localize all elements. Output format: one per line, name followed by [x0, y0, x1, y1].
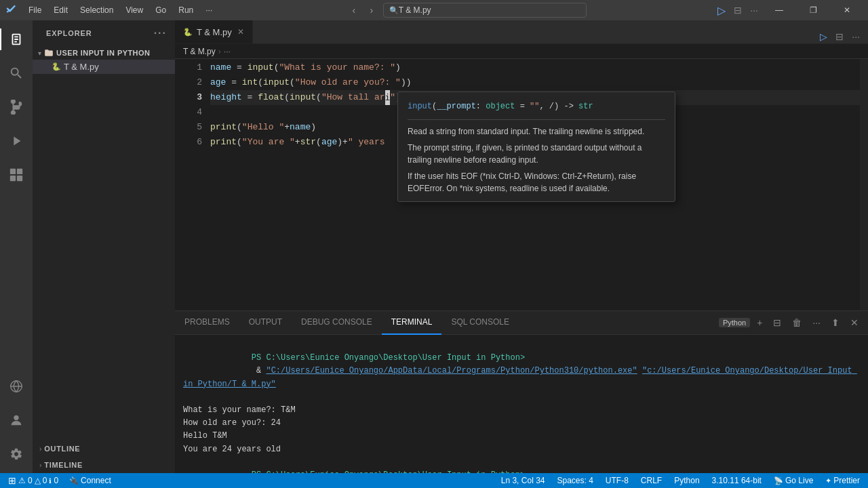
- trash-terminal-icon[interactable]: 🗑: [788, 316, 806, 329]
- sidebar-timeline[interactable]: › TIMELINE: [33, 457, 175, 473]
- sidebar-folder-project[interactable]: ▾ USER INPUT IN PYTHON: [33, 46, 175, 60]
- status-left: ⊞ ⚠ 0 △ 0 ℹ 0 🔌 Connect: [5, 475, 114, 486]
- prettier-status[interactable]: ✦ Prettier: [823, 476, 863, 485]
- accounts-activity-icon[interactable]: [0, 404, 33, 436]
- more-actions-icon[interactable]: ···: [747, 3, 761, 17]
- explorer-activity-icon[interactable]: [0, 23, 33, 56]
- go-live-status[interactable]: 📡 Go Live: [771, 476, 816, 485]
- tab-file-icon: 🐍: [183, 28, 193, 37]
- minimize-button[interactable]: —: [764, 0, 795, 20]
- sidebar-project-name: USER INPUT IN PYTHON: [56, 49, 150, 57]
- outline-label: OUTLINE: [44, 445, 80, 453]
- remote-icon: ⊞: [8, 475, 16, 486]
- folder-arrow-icon: ▾: [38, 49, 41, 57]
- split-terminal-icon[interactable]: ⊟: [769, 316, 785, 329]
- menu-bar: File Edit Selection View Go Run ···: [23, 4, 218, 16]
- maximize-terminal-icon[interactable]: ⬆: [827, 316, 844, 329]
- svg-rect-3: [17, 176, 22, 181]
- spaces-status[interactable]: Spaces: 4: [554, 476, 595, 485]
- menu-run[interactable]: Run: [173, 4, 199, 16]
- spaces-label: Spaces: 4: [557, 476, 593, 485]
- tab-problems[interactable]: PROBLEMS: [175, 311, 239, 335]
- split-editor-icon[interactable]: ⊟: [731, 3, 745, 17]
- settings-activity-icon[interactable]: [0, 438, 33, 470]
- menu-more[interactable]: ···: [200, 4, 218, 16]
- run-file-icon[interactable]: ▷: [817, 30, 830, 43]
- encoding-label: UTF-8: [606, 476, 629, 485]
- run-debug-activity-icon[interactable]: [0, 125, 33, 157]
- tab-close-icon[interactable]: ✕: [237, 27, 244, 37]
- language-status[interactable]: Python: [671, 476, 702, 485]
- terminal-actions: Python + ⊟ 🗑 ··· ⬆ ✕: [719, 316, 868, 329]
- main-area: EXPLORER ··· ▾ USER INPUT IN PYTHON 🐍 T …: [0, 20, 868, 473]
- sidebar-header: EXPLORER ···: [33, 20, 175, 43]
- svg-point-5: [14, 415, 18, 420]
- python-badge[interactable]: Python: [719, 318, 750, 327]
- search-activity-icon[interactable]: [0, 57, 33, 89]
- breadcrumb: T & M.py › ···: [175, 44, 868, 59]
- terminal-tabs: PROBLEMS OUTPUT DEBUG CONSOLE TERMINAL S…: [175, 311, 868, 335]
- forward-icon[interactable]: ›: [364, 3, 379, 18]
- connect-status[interactable]: 🔌 Connect: [66, 476, 114, 485]
- nav-arrows: ‹ ›: [347, 3, 379, 18]
- breadcrumb-more[interactable]: ···: [224, 47, 231, 56]
- antenna-icon: 📡: [774, 476, 783, 485]
- menu-go[interactable]: Go: [150, 4, 172, 16]
- tab-sql-console[interactable]: SQL CONSOLE: [441, 311, 519, 335]
- title-bar-left: File Edit Selection View Go Run ···: [5, 4, 218, 16]
- breadcrumb-separator: ›: [218, 47, 221, 56]
- menu-file[interactable]: File: [23, 4, 47, 16]
- minimap: [860, 59, 868, 310]
- split-editor-action-icon[interactable]: ⊟: [833, 30, 846, 43]
- cursor-position-status[interactable]: Ln 3, Col 34: [498, 476, 548, 485]
- language-label: Python: [674, 476, 699, 485]
- activity-bar: [0, 20, 33, 473]
- title-bar: File Edit Selection View Go Run ··· ‹ › …: [0, 0, 868, 20]
- remote-connect-status[interactable]: ⊞ ⚠ 0 △ 0 ℹ 0: [5, 475, 61, 486]
- sidebar-file-item[interactable]: 🐍 T & M.py: [33, 60, 175, 74]
- status-right: Ln 3, Col 34 Spaces: 4 UTF-8 CRLF Python…: [498, 476, 863, 485]
- tab-output[interactable]: OUTPUT: [239, 311, 292, 335]
- terminal-content[interactable]: PS C:\Users\Eunice Onyango\Desktop\User …: [175, 335, 868, 473]
- warning-count: 0: [43, 476, 47, 485]
- editor-tab[interactable]: 🐍 T & M.py ✕: [175, 20, 253, 43]
- go-live-label: Go Live: [785, 476, 813, 485]
- python-version-status[interactable]: 3.10.11 64-bit: [709, 476, 764, 485]
- tab-debug-console[interactable]: DEBUG CONSOLE: [292, 311, 382, 335]
- close-button[interactable]: ✕: [831, 0, 863, 20]
- menu-edit[interactable]: Edit: [48, 4, 73, 16]
- line-ending-label: CRLF: [641, 476, 662, 485]
- source-control-activity-icon[interactable]: [0, 91, 33, 123]
- menu-view[interactable]: View: [120, 4, 149, 16]
- warning-icon: △: [35, 476, 41, 485]
- search-box[interactable]: 🔍 T & M.py: [383, 3, 587, 18]
- menu-selection[interactable]: Selection: [75, 4, 119, 16]
- plug-icon: 🔌: [69, 476, 79, 485]
- breadcrumb-file[interactable]: T & M.py: [183, 47, 216, 56]
- sidebar-more-icon[interactable]: ···: [154, 27, 167, 39]
- tooltip-text-1: Read a string from standard input. The t…: [408, 125, 665, 138]
- sidebar-outline[interactable]: › OUTLINE: [33, 441, 175, 457]
- line-ending-status[interactable]: CRLF: [638, 476, 665, 485]
- tooltip-divider: [408, 119, 665, 120]
- autocomplete-tooltip: input(__prompt: object = "", /) -> str R…: [397, 92, 675, 202]
- svg-rect-0: [10, 169, 16, 174]
- terminal-line-3: How old are you?: 24: [183, 417, 860, 430]
- remote-explorer-activity-icon[interactable]: [0, 370, 33, 403]
- code-content[interactable]: name = input("What is your name?: ") age…: [208, 59, 868, 310]
- tab-terminal[interactable]: TERMINAL: [382, 311, 442, 335]
- timeline-label: TIMELINE: [44, 461, 83, 469]
- tab-bar: 🐍 T & M.py ✕ ▷ ⊟ ···: [175, 20, 868, 44]
- encoding-status[interactable]: UTF-8: [603, 476, 631, 485]
- back-icon[interactable]: ‹: [347, 3, 361, 18]
- status-bar: ⊞ ⚠ 0 △ 0 ℹ 0 🔌 Connect Ln 3, Col 34 Spa…: [0, 473, 868, 488]
- close-terminal-icon[interactable]: ✕: [846, 316, 863, 329]
- code-editor[interactable]: 1 2 3 4 5 6 name = input("What is your n…: [175, 59, 868, 310]
- tooltip-text-2: The prompt string, if given, is printed …: [408, 142, 665, 166]
- run-icon[interactable]: ▷: [715, 3, 728, 18]
- more-terminal-icon[interactable]: ···: [808, 316, 825, 329]
- add-terminal-icon[interactable]: +: [753, 316, 766, 329]
- extensions-activity-icon[interactable]: [0, 159, 33, 191]
- more-actions-tab-icon[interactable]: ···: [849, 30, 863, 43]
- restore-button[interactable]: ❐: [797, 0, 829, 20]
